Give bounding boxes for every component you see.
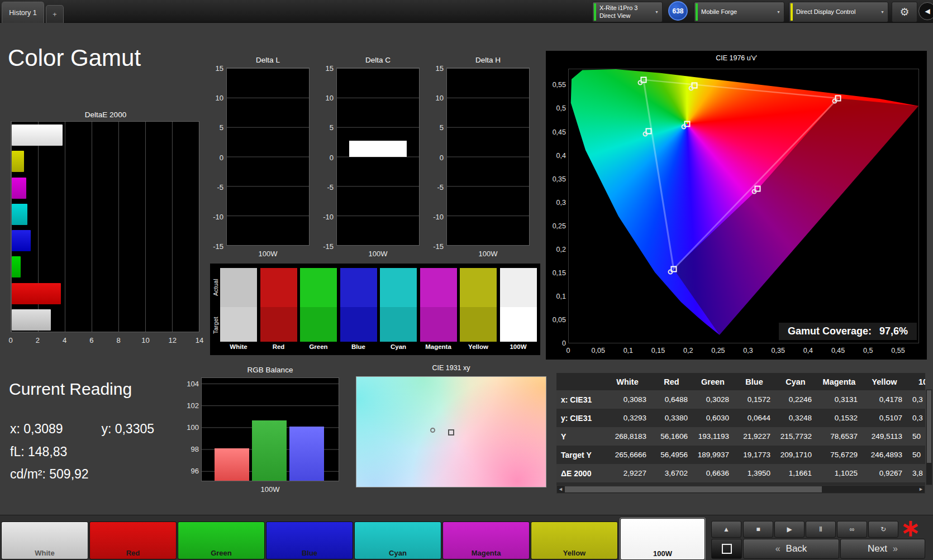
delta-l-title: Delta L	[226, 56, 310, 64]
x-tick-label: 0,1	[623, 347, 633, 355]
cie-measured-magenta	[752, 189, 757, 194]
table-cell: 0,1572	[734, 390, 775, 409]
cie1976-xticks: 00,050,10,150,20,250,30,350,40,450,50,55	[568, 347, 919, 356]
row-label: Y	[556, 427, 604, 446]
table-cell: 0,1532	[816, 409, 862, 427]
x-tick-label: 0,05	[592, 347, 605, 355]
y-tick-label: 0,1	[556, 293, 566, 300]
table-cell: 0,3	[907, 390, 925, 409]
rgb-bar-red	[215, 448, 249, 481]
delta-c-title: Delta C	[336, 56, 420, 64]
y-tick-label: -15	[433, 242, 444, 251]
swatch-panel: Actual Target WhiteRedGreenBlueCyanMagen…	[210, 264, 540, 355]
cie1931-plot	[356, 376, 546, 487]
collapse-panel-button[interactable]: ◀	[918, 2, 933, 20]
deltae-xticks: 02468101214	[11, 336, 199, 345]
meter-select[interactable]: X-Rite i1Pro 3 Direct View ▼	[592, 2, 663, 22]
swatch-actual	[500, 268, 537, 307]
next-button[interactable]: Next »	[840, 539, 925, 559]
col-header-red: Red	[651, 373, 692, 390]
patch-red[interactable]: Red	[89, 521, 177, 559]
scroll-up-button[interactable]: ▲	[711, 521, 741, 538]
tab-history-1[interactable]: History 1	[2, 2, 44, 23]
patch-label: Green	[178, 549, 264, 557]
swatch-columns: WhiteRedGreenBlueCyanMagentaYellow100W	[220, 268, 540, 355]
horizontal-scrollbar-thumb[interactable]	[565, 486, 822, 492]
play-button[interactable]: ▶	[774, 521, 805, 538]
cie1976-title: CIE 1976 u'v'	[546, 54, 927, 62]
col-header-magenta: Magenta	[816, 373, 862, 390]
delta-h-yticks: 151050-5-10-15	[426, 68, 444, 246]
y-tick-label: 102	[187, 401, 199, 409]
x-tick-label: 0,55	[891, 347, 905, 355]
pattern-window-button[interactable]	[711, 539, 742, 559]
loop-button[interactable]: ∞	[837, 521, 867, 538]
settings-button[interactable]: ⚙	[892, 2, 917, 22]
back-button[interactable]: « Back	[743, 539, 839, 559]
y-tick-label: -10	[323, 212, 334, 221]
plus-icon: +	[53, 11, 56, 18]
alert-asterisk-icon[interactable]: ∗	[901, 515, 920, 541]
refresh-button[interactable]: ↻	[868, 521, 898, 538]
scroll-left-icon[interactable]: ◄	[558, 486, 563, 493]
deltae2000-title: DeltaE 2000	[11, 111, 201, 119]
stop-icon: ■	[756, 525, 760, 533]
x-tick-label: 2	[36, 336, 40, 344]
table-cell: 246,4893	[862, 446, 907, 464]
row-label: ΔE 2000	[556, 464, 604, 482]
vertical-scrollbar-thumb[interactable]	[927, 390, 931, 463]
table-row: x: CIE310,30830,64880,30280,15720,22460,…	[556, 390, 925, 409]
y-tick-label: 104	[187, 379, 199, 387]
patch-magenta[interactable]: Magenta	[442, 521, 530, 559]
add-tab-button[interactable]: +	[46, 5, 64, 23]
page-title: Color Gamut	[8, 45, 141, 71]
deltae-bar-cyan	[12, 204, 27, 225]
swatch-target	[300, 307, 337, 342]
table-cell: 1,1661	[775, 464, 816, 482]
table-horizontal-scrollbar[interactable]: ◄ ►	[556, 485, 925, 494]
cie1931-title: CIE 1931 xy	[356, 364, 546, 372]
stop-button[interactable]: ■	[743, 521, 773, 538]
patch-cyan[interactable]: Cyan	[354, 521, 441, 559]
swatch-actual	[460, 268, 497, 307]
cie1931-measured-marker	[430, 428, 435, 433]
swatch-target	[380, 307, 417, 342]
delta-c-chart: Delta C 151050-5-10-15 100W	[336, 56, 420, 246]
scroll-right-icon[interactable]: ►	[918, 486, 924, 493]
y-tick-label: 0	[330, 153, 334, 161]
display-control-select[interactable]: Direct Display Control ▼	[789, 2, 888, 22]
patch-yellow[interactable]: Yellow	[531, 521, 618, 559]
gamut-coverage-label: Gamut Coverage:	[788, 326, 872, 337]
chevron-down-icon: ▼	[880, 10, 884, 14]
tab-history-label: History 1	[9, 9, 36, 17]
bottom-bar: WhiteRedGreenBlueCyanMagentaYellow100W ▲…	[0, 515, 933, 560]
y-tick-label: 100	[187, 423, 199, 432]
swatch-red: Red	[260, 268, 297, 350]
swatch-target	[260, 307, 297, 342]
col-header-cyan: Cyan	[775, 373, 816, 390]
swatch-green: Green	[300, 268, 337, 350]
reading-cdm2: cd/m²: 509,92	[10, 467, 89, 482]
table-cell: 19,1773	[734, 446, 775, 464]
patch-green[interactable]: Green	[178, 521, 265, 559]
y-tick-label: -15	[213, 242, 223, 251]
col-header-100w: 100W	[907, 373, 925, 390]
meter-line2: Direct View	[599, 12, 637, 20]
patch-white[interactable]: White	[1, 521, 88, 559]
x-tick-label: 0,15	[651, 347, 665, 355]
patch-blue[interactable]: Blue	[266, 521, 353, 559]
swatch-actual	[260, 268, 297, 307]
y-tick-label: 98	[191, 445, 199, 453]
table-cell: 268,8183	[604, 427, 651, 446]
x-tick-label: 10	[141, 336, 149, 344]
y-tick-label: 0,05	[553, 316, 566, 324]
patch-100w[interactable]: 100W	[620, 518, 705, 560]
y-tick-label: 10	[216, 94, 223, 102]
pause-button[interactable]: Ⅱ	[806, 521, 836, 538]
y-tick-label: 96	[191, 467, 199, 475]
x-tick-label: 8	[117, 336, 121, 344]
swatch-label: White	[220, 343, 257, 350]
y-tick-label: 0	[562, 339, 566, 347]
table-vertical-scrollbar[interactable]	[926, 389, 932, 485]
source-select[interactable]: Mobile Forge ▼	[694, 2, 784, 22]
